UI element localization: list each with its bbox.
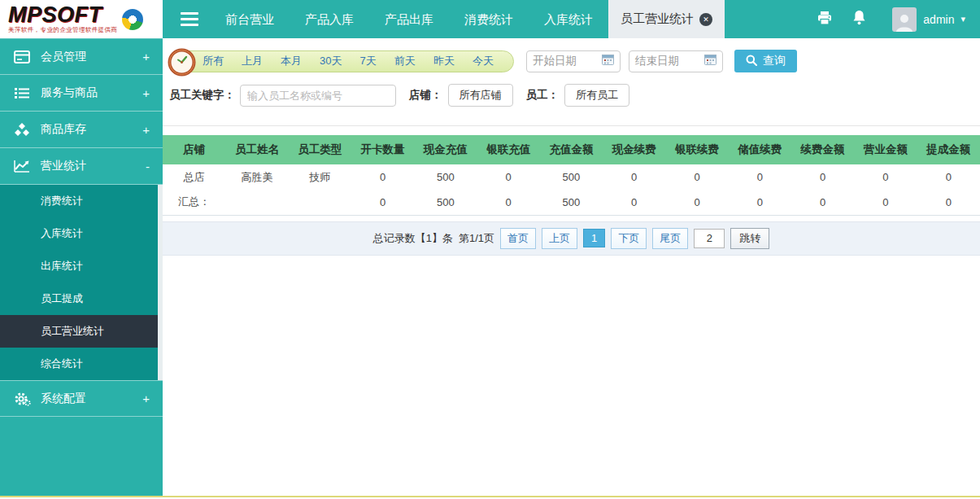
col-staff-type: 员工类型	[289, 135, 351, 164]
time-link-today[interactable]: 今天	[473, 54, 494, 68]
col-shop: 店铺	[163, 135, 225, 164]
time-link-30-days[interactable]: 30天	[320, 54, 342, 68]
cell: 0	[917, 164, 980, 190]
shop-select-button[interactable]: 所有店铺	[448, 84, 513, 107]
tab-staff-business-stats[interactable]: 员工营业统计 ✕	[608, 0, 725, 38]
sidebar-item-business-stats[interactable]: 营业统计 -	[0, 148, 163, 185]
nav-item-consume-stats[interactable]: 消费统计	[449, 0, 529, 38]
prev-page-button[interactable]: 上页	[542, 228, 577, 249]
sidebar-subitem-consume-stats[interactable]: 消费统计	[0, 185, 163, 217]
sidebar-item-label: 服务与商品	[41, 85, 142, 100]
tab-label: 员工营业统计	[621, 11, 694, 27]
first-page-button[interactable]: 首页	[500, 228, 536, 249]
last-page-button[interactable]: 尾页	[652, 228, 688, 249]
expand-icon: +	[142, 50, 150, 63]
sidebar-subitem-inbound-stats[interactable]: 入库统计	[0, 217, 163, 250]
sidebar-subitem-staff-business-stats[interactable]: 员工营业统计	[0, 315, 163, 348]
current-page-button[interactable]: 1	[583, 229, 605, 247]
cell: 0	[351, 164, 414, 190]
nav-item-product-in[interactable]: 产品入库	[290, 0, 369, 38]
start-date-input[interactable]: 开始日期	[526, 50, 621, 72]
end-date-input[interactable]: 结束日期	[629, 50, 723, 72]
nav-item-product-out[interactable]: 产品出库	[369, 0, 449, 38]
logo-globe-icon	[122, 9, 143, 30]
records-count-text: 总记录数【1】条	[373, 231, 453, 246]
sidebar-subitem-outbound-stats[interactable]: 出库统计	[0, 250, 163, 282]
logo-tagline: 美萍软件，专业的企业管理软件提供商	[8, 26, 117, 34]
nav-item-inbound-stats[interactable]: 入库统计	[529, 0, 608, 38]
time-link-this-month[interactable]: 本月	[281, 54, 302, 68]
col-staff-name: 员工姓名	[225, 135, 288, 164]
username: admin	[923, 13, 954, 26]
cell: 500	[414, 190, 477, 215]
staff-select-button[interactable]: 所有员工	[564, 84, 629, 107]
clock-icon	[168, 48, 196, 80]
sidebar-subitem-staff-commission[interactable]: 员工提成	[0, 282, 163, 315]
cell: 0	[477, 190, 539, 215]
time-link-yesterday[interactable]: 昨天	[433, 54, 455, 68]
start-date-placeholder: 开始日期	[533, 54, 577, 68]
calendar-icon[interactable]	[704, 54, 716, 68]
table-row: 总店 高胜美 技师 0 500 0 500 0 0 0 0 0 0	[163, 164, 980, 190]
cell: 汇总：	[163, 190, 225, 215]
main-content: 所有 上月 本月 30天 7天 前天 昨天 今天 开始日期 结束日期	[163, 38, 980, 496]
next-page-button[interactable]: 下页	[611, 228, 647, 249]
sidebar-item-members[interactable]: 会员管理 +	[0, 38, 163, 75]
col-cash-recharge: 现金充值	[414, 135, 477, 164]
query-button[interactable]: 查询	[734, 50, 797, 72]
time-link-day-before[interactable]: 前天	[394, 54, 416, 68]
close-icon[interactable]: ✕	[699, 13, 712, 26]
jump-button[interactable]: 跳转	[730, 228, 769, 249]
cell: 500	[540, 164, 603, 190]
sidebar-item-system-config[interactable]: 系统配置 +	[0, 380, 163, 417]
bell-icon	[852, 10, 866, 28]
cell: 0	[917, 190, 980, 215]
end-date-placeholder: 结束日期	[635, 54, 679, 68]
print-button[interactable]	[817, 11, 833, 28]
user-menu[interactable]: admin ▾	[892, 7, 965, 32]
search-icon	[746, 55, 757, 68]
page-jump-input[interactable]	[694, 229, 725, 248]
cell: 0	[729, 164, 791, 190]
time-link-last-month[interactable]: 上月	[242, 54, 263, 68]
page-indicator-text: 第1/1页	[459, 231, 494, 246]
notifications-button[interactable]	[852, 10, 866, 28]
calendar-icon[interactable]	[602, 54, 614, 68]
expand-icon: +	[142, 392, 150, 405]
sidebar: 会员管理 + 服务与商品 + 商品库存 +	[0, 38, 163, 496]
col-recharge-amount: 充值金额	[540, 135, 603, 164]
col-renewal-amount: 续费金额	[791, 135, 854, 164]
sidebar-item-label: 会员管理	[41, 50, 142, 64]
col-cards-opened: 开卡数量	[351, 135, 414, 164]
col-stored-renewal: 储值续费	[729, 135, 791, 164]
sidebar-item-inventory[interactable]: 商品库存 +	[0, 112, 163, 148]
member-card-icon	[13, 50, 31, 63]
nav-item-frontdesk[interactable]: 前台营业	[210, 0, 290, 38]
time-link-7-days[interactable]: 7天	[360, 54, 377, 68]
logo-text: MPSOFT	[8, 4, 117, 25]
query-button-label: 查询	[763, 54, 786, 68]
table-header-row: 店铺 员工姓名 员工类型 开卡数量 现金充值 银联充值 充值金额 现金续费 银联…	[163, 135, 980, 164]
cell: 0	[791, 164, 854, 190]
sidebar-item-services-goods[interactable]: 服务与商品 +	[0, 75, 163, 112]
sidebar-item-label: 商品库存	[41, 122, 142, 137]
staff-business-table: 店铺 员工姓名 员工类型 开卡数量 现金充值 银联充值 充值金额 现金续费 银联…	[163, 135, 980, 216]
time-link-all[interactable]: 所有	[203, 54, 224, 68]
cell: 0	[729, 190, 791, 215]
shop-label: 店铺：	[409, 88, 442, 103]
sidebar-item-label: 营业统计	[41, 159, 146, 173]
cell: 0	[854, 164, 917, 190]
col-cash-renewal: 现金续费	[603, 135, 665, 164]
staff-keyword-input[interactable]	[240, 85, 396, 107]
menu-hamburger-icon[interactable]	[169, 0, 210, 38]
cell: 高胜美	[225, 164, 288, 190]
list-icon	[13, 87, 31, 99]
cell: 0	[665, 164, 728, 190]
expand-icon: +	[142, 123, 150, 137]
expand-icon: +	[142, 86, 150, 100]
sidebar-subitem-comprehensive-stats[interactable]: 综合统计	[0, 348, 163, 380]
cubes-icon	[13, 123, 31, 137]
cell: 0	[477, 164, 539, 190]
avatar	[892, 7, 917, 32]
line-chart-icon	[13, 160, 31, 173]
